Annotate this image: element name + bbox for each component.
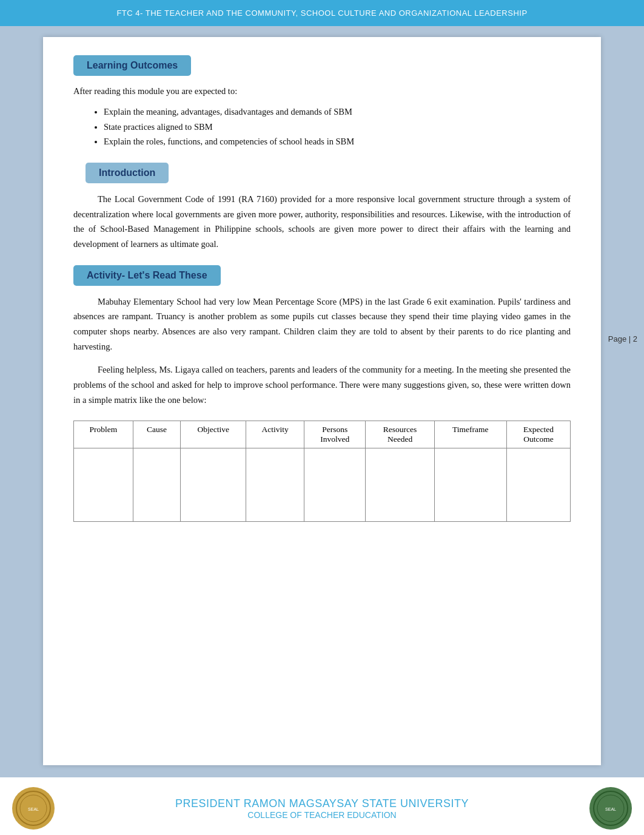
matrix-table: Problem Cause Objective Activity Persons… [73, 421, 571, 522]
page-number: Page | 2 [608, 334, 637, 343]
learning-outcomes-intro: After reading this module you are expect… [73, 84, 571, 98]
cell-timeframe [434, 448, 506, 522]
learning-outcomes-section: Learning Outcomes After reading this mod… [73, 55, 571, 149]
col-objective: Objective [180, 421, 246, 448]
seal-right-logo: SEAL [589, 787, 632, 830]
col-timeframe: Timeframe [434, 421, 506, 448]
cell-activity [246, 448, 304, 522]
header-title: FTC 4- THE TEACHER AND THE COMMUNITY, SC… [116, 8, 527, 18]
page-content: Page | 2 Learning Outcomes After reading… [43, 37, 601, 765]
activity-section: Activity- Let's Read These Mabuhay Eleme… [73, 265, 571, 407]
list-item: Explain the meaning, advantages, disadva… [104, 104, 571, 120]
footer-content: SEAL PRESIDENT RAMON MAGSAYSAY STATE UNI… [0, 777, 644, 835]
learning-outcomes-label: Learning Outcomes [73, 55, 191, 76]
col-activity: Activity [246, 421, 304, 448]
cell-objective [180, 448, 246, 522]
activity-label: Activity- Let's Read These [73, 265, 221, 286]
footer-college: COLLEGE OF TEACHER EDUCATION [67, 810, 577, 820]
footer-university: PRESIDENT RAMON MAGSAYSAY STATE UNIVERSI… [67, 797, 577, 810]
cell-resources-needed [366, 448, 434, 522]
matrix-section: Problem Cause Objective Activity Persons… [73, 421, 571, 522]
cell-persons-involved [304, 448, 366, 522]
introduction-section: Introduction The Local Government Code o… [73, 163, 571, 252]
list-item: Explain the roles, functions, and compet… [104, 134, 571, 149]
seal-left-logo: SEAL [12, 787, 55, 830]
cell-expected-outcome [507, 448, 571, 522]
table-row [74, 448, 571, 522]
svg-text:SEAL: SEAL [605, 807, 616, 811]
header-bar: FTC 4- THE TEACHER AND THE COMMUNITY, SC… [0, 0, 644, 26]
svg-text:SEAL: SEAL [28, 807, 39, 811]
list-item: State practices aligned to SBM [104, 120, 571, 135]
col-problem: Problem [74, 421, 133, 448]
col-persons-involved: Persons Involved [304, 421, 366, 448]
footer-text: PRESIDENT RAMON MAGSAYSAY STATE UNIVERSI… [67, 797, 577, 820]
activity-paragraph-2: Feeling helpless, Ms. Ligaya called on t… [73, 362, 571, 407]
introduction-paragraph: The Local Government Code of 1991 (RA 71… [73, 192, 571, 252]
activity-paragraph-1: Mabuhay Elementary School had very low M… [73, 294, 571, 354]
col-cause: Cause [133, 421, 180, 448]
cell-cause [133, 448, 180, 522]
learning-outcomes-list: Explain the meaning, advantages, disadva… [104, 104, 571, 149]
introduction-label: Introduction [86, 163, 169, 183]
footer-bar: SEAL PRESIDENT RAMON MAGSAYSAY STATE UNI… [0, 777, 644, 835]
col-resources-needed: Resources Needed [366, 421, 434, 448]
col-expected-outcome: Expected Outcome [507, 421, 571, 448]
cell-problem [74, 448, 133, 522]
